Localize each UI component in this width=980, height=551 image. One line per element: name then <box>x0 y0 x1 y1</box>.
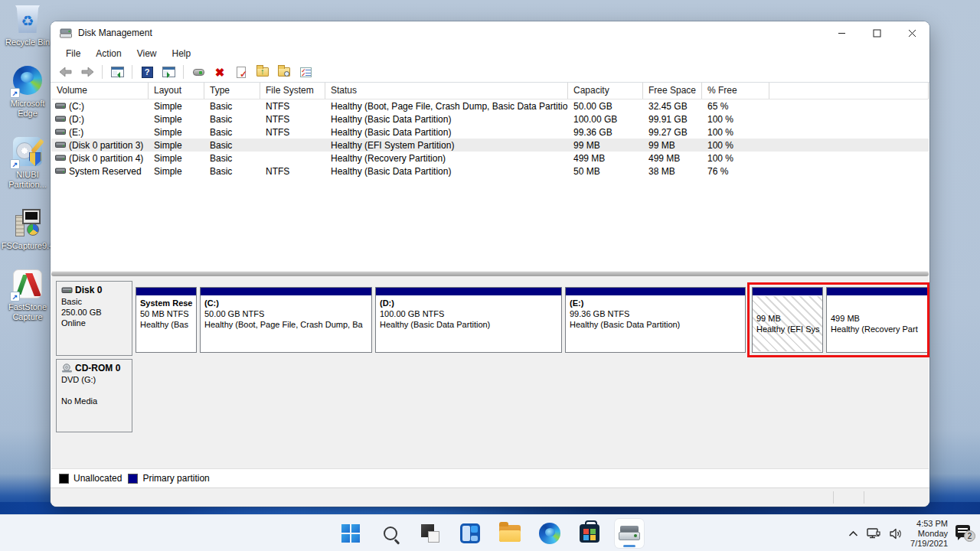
clock-day: Monday <box>910 529 948 539</box>
volume-icon <box>55 129 66 135</box>
table-row-e[interactable]: (E:) SimpleBasicNTFSHealthy (Basic Data … <box>51 126 929 139</box>
toolbar-separator <box>102 65 103 79</box>
shortcut-arrow-icon: ↗ <box>10 292 20 302</box>
file-explorer-icon <box>499 525 521 542</box>
faststone-label: FastStone Capture <box>8 302 47 322</box>
windows-logo-icon <box>341 524 360 543</box>
volume-icon <box>55 103 66 109</box>
help-icon[interactable]: ? <box>138 64 156 80</box>
disk0-info-panel[interactable]: Disk 0 Basic 250.00 GB Online <box>56 281 132 356</box>
scrollbar-thumb[interactable] <box>51 272 929 276</box>
volume-list: Volume Layout Type File System Status Ca… <box>51 83 929 271</box>
niubi-shortcut[interactable]: ↗ NIUBI Partition... <box>3 135 52 190</box>
menu-file[interactable]: File <box>58 46 88 61</box>
minimize-button[interactable] <box>824 21 859 44</box>
task-view-icon <box>421 524 439 543</box>
set-active-icon[interactable]: ✓ <box>232 64 250 80</box>
table-row-partition3[interactable]: (Disk 0 partition 3) SimpleBasicHealthy … <box>51 139 929 152</box>
edge-label: Microsoft Edge <box>11 99 45 119</box>
table-row-partition4[interactable]: (Disk 0 partition 4) SimpleBasicHealthy … <box>51 152 929 165</box>
disk-icon <box>61 287 73 294</box>
file-explorer-button[interactable] <box>495 519 524 548</box>
volume-icon[interactable] <box>889 528 903 540</box>
partition-c[interactable]: (C:) 50.00 GB NTFS Healthy (Boot, Page F… <box>200 287 372 353</box>
widgets-button[interactable] <box>456 519 485 548</box>
horizontal-scrollbar[interactable] <box>51 271 929 277</box>
search-icon <box>384 527 397 540</box>
partition-color-strip <box>201 288 371 296</box>
column-file-system[interactable]: File System <box>260 83 325 99</box>
maximize-button[interactable] <box>859 21 894 44</box>
disk0-status: Online <box>61 318 127 328</box>
close-button[interactable] <box>894 21 929 44</box>
desktop-icon-column: ♻ Recycle Bin ↗ Microsoft Edge ↗ NIUBI P… <box>3 3 52 322</box>
legend-unallocated: Unallocated <box>59 473 122 484</box>
shortcut-arrow-icon: ↗ <box>10 159 20 169</box>
table-row-c[interactable]: (C:) SimpleBasicNTFSHealthy (Boot, Page … <box>51 99 929 112</box>
edge-shortcut[interactable]: ↗ Microsoft Edge <box>3 64 52 119</box>
volume-icon <box>55 168 66 174</box>
start-button[interactable] <box>336 519 365 548</box>
partition-e[interactable]: (E:) 99.36 GB NTFS Healthy (Basic Data P… <box>565 287 746 353</box>
edge-icon <box>539 523 560 544</box>
title-bar[interactable]: Disk Management <box>51 21 929 44</box>
column-pct-free[interactable]: % Free <box>702 83 769 99</box>
volume-icon <box>55 155 66 161</box>
partition-recovery[interactable]: 499 MB Healthy (Recovery Part <box>826 287 929 353</box>
window-title: Disk Management <box>78 28 152 38</box>
search-button[interactable] <box>376 519 405 548</box>
system-tray: 4:53 PM Monday 7/19/2021 2 <box>848 515 975 551</box>
table-row-d[interactable]: (D:) SimpleBasicNTFSHealthy (Basic Data … <box>51 112 929 126</box>
unallocated-swatch <box>59 474 69 484</box>
task-view-button[interactable] <box>416 519 445 548</box>
console-tree-icon[interactable] <box>108 64 126 80</box>
open-icon[interactable]: ↑ <box>253 64 272 80</box>
faststone-shortcut[interactable]: ↗ FastStone Capture <box>3 268 52 322</box>
microsoft-store-button[interactable] <box>575 519 604 548</box>
network-icon[interactable] <box>866 527 881 540</box>
fscapture-icon <box>12 207 43 238</box>
recycle-bin-shortcut[interactable]: ♻ Recycle Bin <box>3 3 52 47</box>
action-pane-icon[interactable] <box>159 64 178 80</box>
widgets-icon <box>460 523 480 543</box>
volume-icon <box>55 116 66 122</box>
partition-color-strip <box>753 288 822 296</box>
table-row-system-reserved[interactable]: System Reserved SimpleBasicNTFSHealthy (… <box>51 165 929 178</box>
menu-view[interactable]: View <box>129 46 165 61</box>
recycle-bin-icon: ♻ <box>15 5 40 33</box>
forward-icon[interactable] <box>78 64 96 80</box>
device-view-icon[interactable] <box>189 64 207 80</box>
column-volume[interactable]: Volume <box>51 83 149 99</box>
explore-icon[interactable] <box>275 64 293 80</box>
legend-bar: Unallocated Primary partition <box>51 468 929 487</box>
graphical-view: Disk 0 Basic 250.00 GB Online System Res… <box>51 277 929 468</box>
column-capacity[interactable]: Capacity <box>568 83 643 99</box>
column-free-space[interactable]: Free Space <box>643 83 702 99</box>
edge-taskbar-button[interactable] <box>535 519 564 548</box>
disk0-name: Disk 0 <box>75 285 102 295</box>
cdrom-info-panel[interactable]: CD-ROM 0 DVD (G:) No Media <box>56 359 132 432</box>
delete-icon[interactable]: ✖ <box>211 64 229 80</box>
fscapture-label: FSCapture9.4 <box>2 241 54 251</box>
toolbar-separator <box>183 65 184 79</box>
tray-chevron-icon[interactable] <box>848 530 858 537</box>
partition-system-reserved[interactable]: System Rese 50 MB NTFS Healthy (Bas <box>136 287 197 353</box>
menu-action[interactable]: Action <box>88 46 129 61</box>
column-type[interactable]: Type <box>204 83 260 99</box>
taskbar-center-icons <box>336 515 644 551</box>
column-layout[interactable]: Layout <box>149 83 204 99</box>
notification-badge: 2 <box>964 530 975 542</box>
back-icon[interactable] <box>57 64 75 80</box>
column-status[interactable]: Status <box>325 83 568 99</box>
partition-d[interactable]: (D:) 100.00 GB NTFS Healthy (Basic Data … <box>375 287 562 353</box>
partition-efi[interactable]: 99 MB Healthy (EFI Sys <box>752 287 823 353</box>
fscapture-shortcut[interactable]: FSCapture9.4 <box>3 207 52 251</box>
shortcut-arrow-icon: ↗ <box>10 88 20 98</box>
disk-management-taskbar-button[interactable] <box>615 519 644 548</box>
properties-icon[interactable]: ✓✓ <box>296 64 315 80</box>
menu-help[interactable]: Help <box>165 46 199 61</box>
clock[interactable]: 4:53 PM Monday 7/19/2021 <box>910 519 948 549</box>
notification-center-button[interactable]: 2 <box>956 525 975 542</box>
status-bar <box>51 487 929 507</box>
disk0-size: 250.00 GB <box>61 308 127 317</box>
